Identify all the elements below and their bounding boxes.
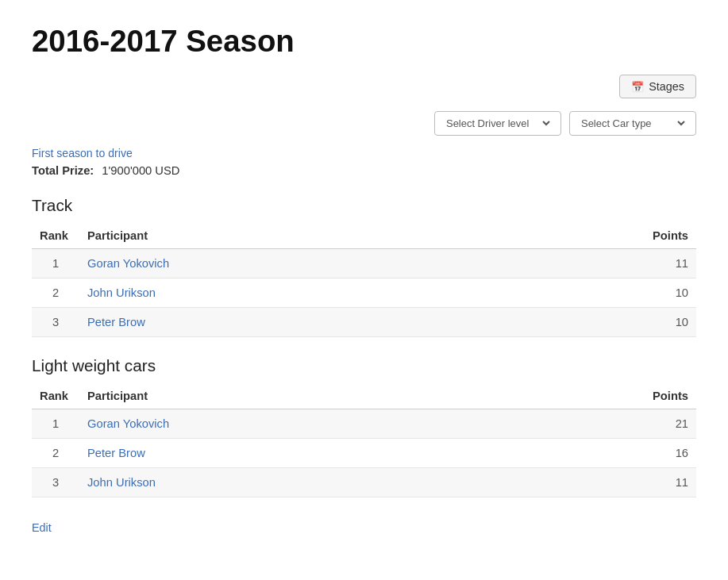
- cell-points: 11: [483, 249, 696, 278]
- cell-participant: Peter Brow: [79, 308, 483, 337]
- col-header-rank: Rank: [32, 383, 79, 409]
- calendar-icon: 📅: [631, 81, 644, 93]
- total-prize-label: Total Prize:: [32, 164, 94, 177]
- participant-link[interactable]: Goran Yokovich: [87, 417, 169, 430]
- participant-link[interactable]: Goran Yokovich: [87, 257, 169, 270]
- table-row: 3Peter Brow10: [32, 308, 696, 337]
- participant-link[interactable]: Peter Brow: [87, 316, 145, 328]
- cell-points: 21: [483, 409, 696, 439]
- cell-participant: Peter Brow: [79, 439, 483, 468]
- table-row: 2Peter Brow16: [32, 439, 696, 468]
- cell-participant: Goran Yokovich: [79, 249, 483, 278]
- table-row: 2John Urikson10: [32, 278, 696, 308]
- col-header-rank: Rank: [32, 223, 79, 249]
- table-row: 3John Urikson11: [32, 468, 696, 497]
- cell-points: 11: [483, 468, 696, 497]
- col-header-participant: Participant: [79, 383, 483, 409]
- driver-level-select[interactable]: Select Driver level: [443, 117, 553, 130]
- participant-link[interactable]: John Urikson: [87, 286, 156, 299]
- cell-points: 10: [483, 278, 696, 308]
- stages-button-label: Stages: [649, 80, 684, 93]
- table-row: 1Goran Yokovich21: [32, 409, 696, 439]
- section-title-track: Track: [32, 196, 696, 215]
- cell-participant: John Urikson: [79, 468, 483, 497]
- cell-rank: 2: [32, 278, 79, 308]
- total-prize: Total Prize: 1'900'000 USD: [32, 164, 696, 177]
- col-header-points: Points: [483, 223, 696, 249]
- cell-participant: Goran Yokovich: [79, 409, 483, 439]
- col-header-points: Points: [483, 383, 696, 409]
- car-type-select[interactable]: Select Car type: [578, 117, 688, 130]
- driver-level-filter[interactable]: Select Driver level: [434, 111, 561, 136]
- col-header-participant: Participant: [79, 223, 483, 249]
- table-light-weight-cars: RankParticipantPoints1Goran Yokovich212P…: [32, 383, 696, 497]
- total-prize-value: 1'900'000 USD: [102, 164, 179, 177]
- cell-rank: 3: [32, 468, 79, 497]
- top-bar: 📅 Stages: [32, 75, 696, 98]
- filters-bar: Select Driver level Select Car type: [32, 111, 696, 136]
- participant-link[interactable]: Peter Brow: [87, 447, 145, 459]
- info-section: First season to drive Total Prize: 1'900…: [32, 147, 696, 177]
- cell-rank: 3: [32, 308, 79, 337]
- participant-link[interactable]: John Urikson: [87, 476, 156, 489]
- edit-link[interactable]: Edit: [32, 521, 696, 534]
- cell-participant: John Urikson: [79, 278, 483, 308]
- page-title: 2016-2017 Season: [32, 24, 696, 59]
- first-season-link[interactable]: First season to drive: [32, 147, 696, 159]
- car-type-filter[interactable]: Select Car type: [569, 111, 696, 136]
- section-title-light-weight-cars: Light weight cars: [32, 356, 696, 375]
- table-track: RankParticipantPoints1Goran Yokovich112J…: [32, 223, 696, 337]
- cell-rank: 1: [32, 249, 79, 278]
- sections-container: TrackRankParticipantPoints1Goran Yokovic…: [32, 196, 696, 497]
- stages-button[interactable]: 📅 Stages: [619, 75, 696, 98]
- cell-rank: 2: [32, 439, 79, 468]
- cell-rank: 1: [32, 409, 79, 439]
- cell-points: 16: [483, 439, 696, 468]
- cell-points: 10: [483, 308, 696, 337]
- table-row: 1Goran Yokovich11: [32, 249, 696, 278]
